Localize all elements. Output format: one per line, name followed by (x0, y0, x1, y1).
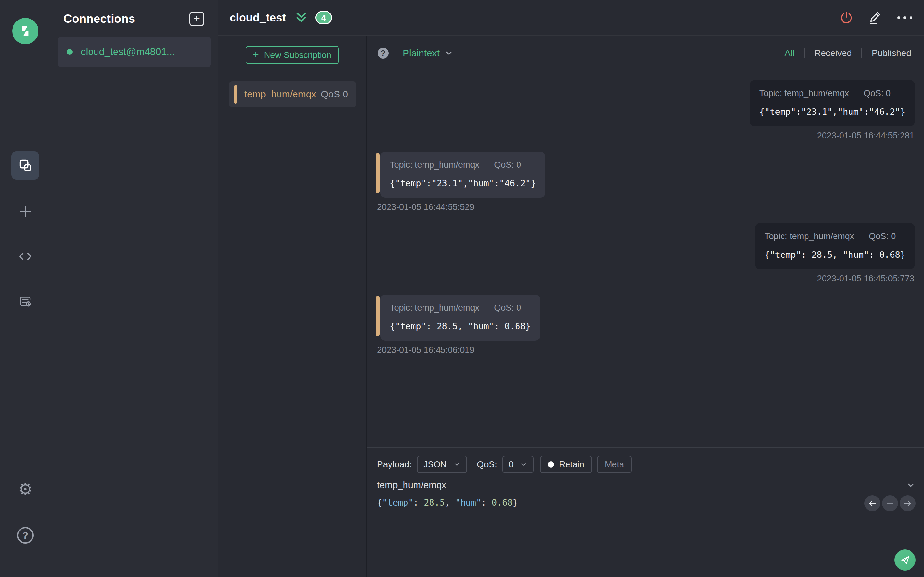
message-published: Topic: temp_hum/emqx QoS: 0 {"temp":"23.… (376, 80, 915, 141)
message-payload: {"temp":"23.1","hum":"46.2"} (759, 107, 905, 117)
payload-format-label: Payload: (377, 459, 412, 470)
log-icon (18, 294, 32, 308)
main-area: cloud_test 4 (218, 0, 924, 577)
send-icon (900, 554, 911, 566)
message-payload: {"temp": 28.5, "hum": 0.68} (764, 250, 905, 259)
prev-message-button[interactable] (864, 495, 880, 511)
payload-format-value: JSON (423, 460, 447, 470)
subscription-color-bar (234, 85, 237, 103)
disconnect-button[interactable] (839, 10, 854, 25)
message-card[interactable]: Topic: temp_hum/emqx QoS: 0 {"temp":"23.… (750, 80, 915, 126)
publish-topic-input[interactable] (377, 480, 906, 490)
filter-all[interactable]: All (775, 48, 804, 58)
connections-panel: Connections + cloud_test@m4801... (51, 0, 218, 577)
received-accent-bar (376, 153, 380, 193)
publish-panel: Payload: JSON QoS: 0 Retain (367, 447, 924, 577)
retain-toggle[interactable]: Retain (540, 456, 592, 473)
plus-icon: + (253, 49, 259, 61)
connection-title: cloud_test (230, 11, 286, 24)
meta-button[interactable]: Meta (597, 456, 632, 473)
send-button[interactable] (895, 550, 916, 571)
connection-header: cloud_test 4 (218, 0, 924, 36)
help-icon: ? (17, 527, 34, 544)
sidebar-item-script[interactable] (11, 242, 39, 271)
icon-rail: ⚙ ? (0, 0, 51, 577)
message-topic-label: Topic: temp_hum/emqx (764, 231, 854, 242)
connection-list-item[interactable]: cloud_test@m4801... (58, 37, 211, 67)
minus-icon (885, 499, 895, 508)
arrow-left-icon (868, 499, 877, 508)
mqttx-app-window: ⚙ ? Connections + cloud_test@m4801... cl… (0, 0, 924, 577)
filter-published[interactable]: Published (862, 48, 913, 58)
qos-value: 0 (509, 460, 514, 470)
connection-name: cloud_test@m4801... (81, 46, 175, 58)
message-payload: {"temp": 28.5, "hum": 0.68} (390, 321, 531, 331)
publish-payload-editor[interactable]: {"temp": 28.5, "hum": 0.68} (367, 494, 924, 512)
chevron-down-icon (444, 48, 454, 58)
arrow-right-icon (903, 499, 912, 508)
meta-label: Meta (605, 460, 624, 470)
messages-area: ? Plaintext All Received Published (367, 36, 924, 577)
message-timestamp: 2023-01-05 16:44:55:529 (377, 202, 474, 212)
code-icon (18, 249, 33, 264)
connections-icon (18, 158, 33, 173)
message-card[interactable]: Topic: temp_hum/emqx QoS: 0 {"temp":"23.… (380, 152, 545, 198)
filter-received[interactable]: Received (804, 48, 861, 58)
message-received: Topic: temp_hum/emqx QoS: 0 {"temp":"23.… (376, 152, 915, 212)
edit-connection-button[interactable] (868, 10, 883, 25)
message-list[interactable]: Topic: temp_hum/emqx QoS: 0 {"temp":"23.… (367, 71, 924, 447)
new-subscription-button[interactable]: + New Subscription (246, 46, 339, 64)
sidebar-item-new-connection[interactable] (11, 197, 39, 226)
retain-label: Retain (559, 460, 584, 470)
retain-dot-icon (548, 461, 554, 468)
subscription-topic: temp_hum/emqx (244, 89, 321, 100)
more-options-button[interactable] (897, 16, 913, 19)
chevron-down-icon[interactable] (906, 480, 916, 490)
message-payload: {"temp":"23.1","hum":"46.2"} (390, 178, 536, 188)
payload-help-icon[interactable]: ? (378, 48, 389, 59)
chevron-down-icon (453, 461, 461, 468)
subscription-qos: QoS 0 (321, 89, 348, 100)
message-topic-label: Topic: temp_hum/emqx (759, 89, 849, 98)
message-qos-label: QoS: 0 (869, 231, 896, 242)
message-filters: All Received Published (775, 48, 913, 58)
chevron-down-icon (520, 461, 527, 468)
message-timestamp: 2023-01-05 16:44:55:281 (817, 131, 914, 141)
sidebar-item-settings[interactable]: ⚙ (11, 475, 39, 503)
qos-label: QoS: (477, 459, 497, 470)
history-nav (864, 495, 916, 511)
message-published: Topic: temp_hum/emqx QoS: 0 {"temp": 28.… (376, 223, 915, 284)
qos-select[interactable]: 0 (502, 456, 533, 473)
message-qos-label: QoS: 0 (494, 160, 521, 170)
message-timestamp: 2023-01-05 16:45:06:019 (377, 345, 474, 355)
message-card[interactable]: Topic: temp_hum/emqx QoS: 0 {"temp": 28.… (755, 223, 915, 269)
next-message-button[interactable] (900, 495, 916, 511)
view-mode-value: Plaintext (403, 48, 439, 59)
message-received: Topic: temp_hum/emqx QoS: 0 {"temp": 28.… (376, 295, 915, 355)
sidebar-item-log[interactable] (11, 287, 39, 316)
connected-status-dot (67, 49, 73, 55)
messages-toolbar: ? Plaintext All Received Published (367, 36, 924, 71)
collapse-chevrons-icon[interactable] (294, 11, 309, 25)
message-card[interactable]: Topic: temp_hum/emqx QoS: 0 {"temp": 28.… (380, 295, 540, 341)
add-connection-button[interactable]: + (189, 11, 204, 26)
message-topic-label: Topic: temp_hum/emqx (390, 303, 479, 313)
message-timestamp: 2023-01-05 16:45:05:773 (817, 274, 914, 284)
sidebar-item-connections[interactable] (11, 151, 39, 179)
received-accent-bar (376, 296, 380, 336)
subscription-item[interactable]: temp_hum/emqx QoS 0 (229, 81, 357, 107)
subscriptions-panel: + New Subscription temp_hum/emqx QoS 0 (218, 36, 367, 577)
connections-title: Connections (63, 12, 136, 26)
gear-icon: ⚙ (18, 481, 33, 498)
ellipsis-icon (897, 16, 913, 19)
clear-message-button[interactable] (882, 495, 898, 511)
message-qos-label: QoS: 0 (494, 303, 521, 313)
payload-format-select[interactable]: JSON (417, 456, 467, 473)
message-count-badge: 4 (315, 11, 332, 24)
view-mode-select[interactable]: Plaintext (403, 48, 454, 59)
sidebar-item-help[interactable]: ? (11, 521, 39, 550)
plus-icon (18, 204, 33, 219)
mqttx-logo-icon[interactable] (12, 18, 39, 44)
message-qos-label: QoS: 0 (864, 89, 891, 98)
message-topic-label: Topic: temp_hum/emqx (390, 160, 479, 170)
